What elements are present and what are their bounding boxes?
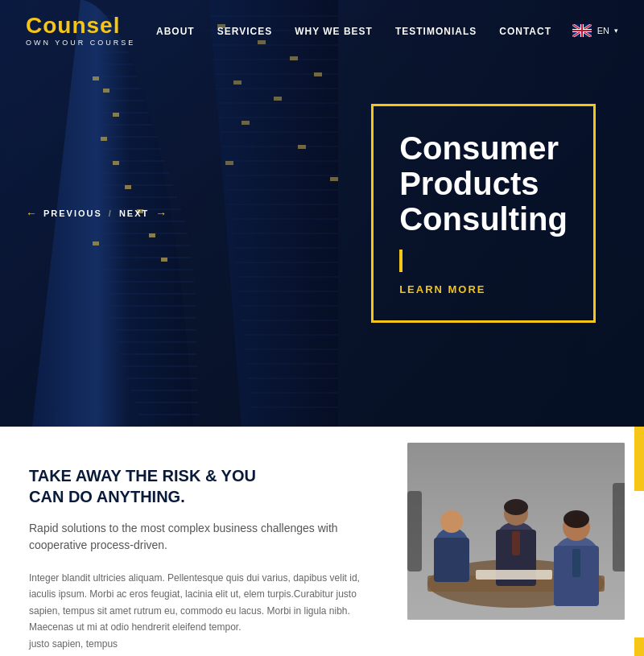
brand-tagline: OWN YOUR COURSE [26, 39, 135, 47]
brand-name: Counsel [26, 14, 135, 37]
language-selector[interactable]: EN ▾ [572, 24, 618, 37]
hero-title: Consumer Products Consulting [399, 130, 568, 237]
section-text-content: TAKE AWAY THE RISK & YOUCAN DO ANYTHING.… [0, 427, 394, 656]
hero-section: Counsel OWN YOUR COURSE ABOUT SERVICES W… [0, 0, 644, 427]
svg-rect-112 [613, 483, 625, 571]
next-label[interactable]: NEXT [119, 208, 149, 218]
prev-label[interactable]: PREVIOUS [43, 208, 102, 218]
navbar: Counsel OWN YOUR COURSE ABOUT SERVICES W… [0, 0, 644, 61]
svg-rect-108 [512, 531, 520, 555]
next-arrow-icon[interactable]: → [155, 207, 167, 220]
nav-item-why[interactable]: WHY WE BEST [295, 23, 373, 38]
svg-rect-110 [476, 570, 552, 580]
nav-menu: ABOUT SERVICES WHY WE BEST TESTIMONIALS … [156, 23, 551, 38]
yellow-accent-right-bottom [634, 637, 644, 656]
hero-navigation: ← PREVIOUS / NEXT → [26, 207, 167, 220]
nav-item-testimonials[interactable]: TESTIMONIALS [395, 23, 477, 38]
section-heading: TAKE AWAY THE RISK & YOUCAN DO ANYTHING. [29, 465, 365, 507]
learn-more-button[interactable]: LEARN MORE [399, 283, 485, 295]
hero-text-box: Consumer Products Consulting LEARN MORE [371, 104, 596, 323]
svg-point-98 [440, 510, 463, 533]
nav-separator: / [109, 208, 113, 218]
nav-item-about[interactable]: ABOUT [156, 23, 195, 38]
svg-rect-99 [434, 538, 469, 582]
lang-chevron-icon: ▾ [614, 27, 618, 35]
flag-icon [572, 24, 592, 37]
main-section: TAKE AWAY THE RISK & YOUCAN DO ANYTHING.… [0, 427, 644, 656]
svg-rect-109 [572, 549, 580, 577]
business-photo [407, 443, 625, 620]
nav-item-services[interactable]: SERVICES [217, 23, 272, 38]
nav-item-contact[interactable]: CONTACT [499, 23, 551, 38]
section-subheading: Rapid solutions to the most complex busi… [29, 520, 365, 554]
hero-divider [399, 250, 402, 272]
svg-rect-92 [572, 30, 592, 31]
section-image-area [394, 427, 644, 656]
hero-content: Consumer Products Consulting LEARN MORE [371, 104, 596, 323]
lang-label: EN [597, 26, 609, 35]
brand-logo[interactable]: Counsel OWN YOUR COURSE [26, 14, 135, 47]
prev-arrow-icon[interactable]: ← [26, 207, 37, 220]
section-body: Integer blandit ultricies aliquam. Pelle… [29, 570, 365, 652]
yellow-accent-right-top [634, 427, 644, 483]
svg-point-106 [564, 510, 589, 528]
svg-rect-111 [407, 491, 422, 571]
svg-point-102 [504, 499, 528, 515]
